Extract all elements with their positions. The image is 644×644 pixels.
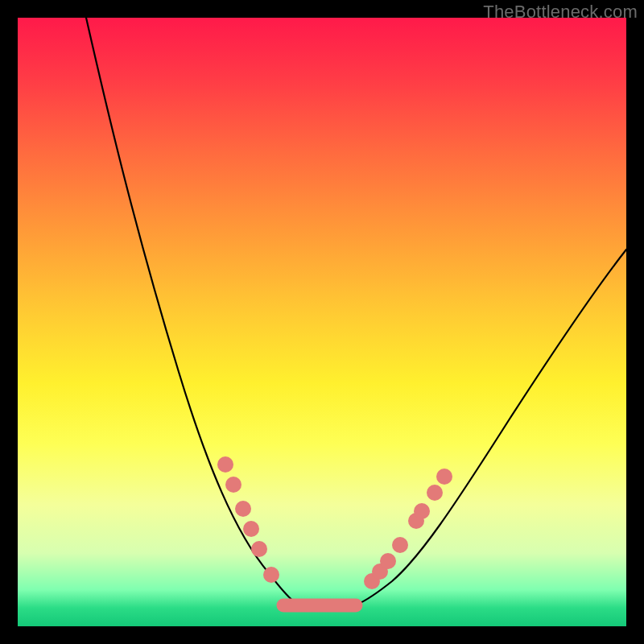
- marker-dot: [225, 477, 242, 493]
- marker-dot: [243, 521, 259, 537]
- marker-dot: [251, 541, 267, 557]
- marker-dot: [436, 469, 452, 485]
- chart-area: [18, 18, 626, 626]
- bottleneck-plot: [18, 18, 626, 626]
- marker-dot: [263, 567, 279, 583]
- marker-dot: [414, 503, 430, 519]
- bottleneck-curve: [86, 18, 626, 611]
- marker-dot: [235, 501, 251, 517]
- marker-dot: [380, 553, 396, 569]
- marker-dot: [392, 537, 408, 553]
- marker-dot: [427, 485, 443, 501]
- watermark-text: TheBottleneck.com: [483, 2, 638, 23]
- marker-dot: [217, 456, 233, 473]
